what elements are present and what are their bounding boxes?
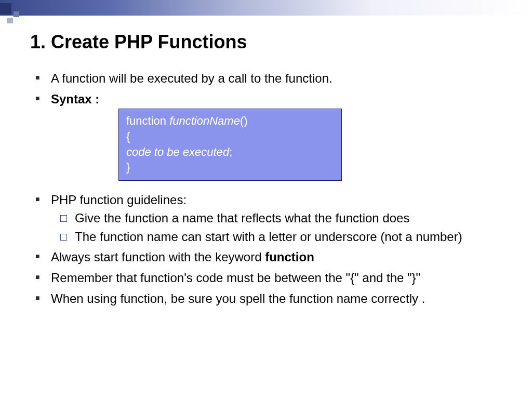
page-title: 1. Create PHP Functions <box>30 31 511 53</box>
bullet-text-syntax: Syntax : <box>51 92 99 106</box>
bullet-item: Always start function with the keyword f… <box>30 248 511 266</box>
code-line-2: { <box>126 129 334 144</box>
syntax-code-box: function functionName() { code to be exe… <box>118 109 342 181</box>
bullet-item: PHP function guidelines: Give the functi… <box>30 191 511 245</box>
decorative-square-small-2 <box>7 18 13 23</box>
slide-body: 1. Create PHP Functions A function will … <box>30 31 511 310</box>
code-line-4: } <box>126 159 334 175</box>
decorative-square-large <box>0 3 11 15</box>
code-open-brace: { <box>126 130 130 143</box>
bullet-item: A function will be executed by a call to… <box>30 70 511 87</box>
code-semicolon: ; <box>229 145 232 158</box>
bullet-text-prefix: Always start function with the keyword <box>51 250 265 264</box>
sub-bullet-text: Give the function a name that reflects w… <box>75 211 409 225</box>
sub-bullet-text: The function name can start with a lette… <box>75 230 462 244</box>
code-close-brace: } <box>126 161 130 174</box>
code-line-1: function functionName() <box>126 113 334 129</box>
code-function-name: functionName <box>169 114 240 127</box>
code-box-container: function functionName() { code to be exe… <box>30 109 511 181</box>
bullet-text: A function will be executed by a call to… <box>51 71 332 85</box>
decorative-top-bar <box>0 0 532 16</box>
main-bullet-list: A function will be executed by a call to… <box>30 70 511 108</box>
bullet-item: Syntax : <box>30 90 511 108</box>
bullet-text: PHP function guidelines: <box>51 193 187 207</box>
bullet-text: When using function, be sure you spell t… <box>51 291 425 305</box>
bullet-item: When using function, be sure you spell t… <box>30 290 511 308</box>
main-bullet-list-continued: PHP function guidelines: Give the functi… <box>30 191 511 307</box>
bullet-text-bold-keyword: function <box>265 250 314 264</box>
code-line-3: code to be executed; <box>126 144 334 160</box>
sub-bullet-item: The function name can start with a lette… <box>51 229 511 245</box>
code-parentheses: () <box>240 114 248 127</box>
bullet-text: Remember that function's code must be be… <box>51 271 420 285</box>
sub-bullet-list: Give the function a name that reflects w… <box>51 210 511 246</box>
sub-bullet-item: Give the function a name that reflects w… <box>51 210 511 227</box>
code-keyword-function: function <box>126 114 169 127</box>
bullet-item: Remember that function's code must be be… <box>30 269 511 287</box>
code-body: code to be executed <box>126 145 229 158</box>
decorative-square-small-1 <box>14 11 19 17</box>
